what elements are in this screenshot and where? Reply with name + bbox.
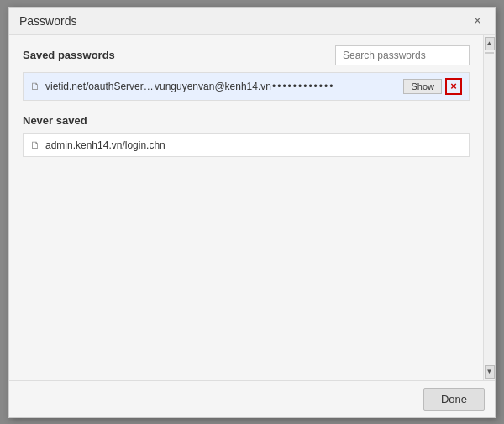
scrollbar-track: ▲ ▼ [483,35,495,380]
delete-password-button[interactable]: × [445,78,462,95]
site-name: vietid.net/oauthServerV2/Authenti... [45,81,155,92]
dialog-body: Saved passwords 🗋 vietid.net/oauthServer… [9,35,495,380]
never-saved-table: 🗋 admin.kenh14.vn/login.chn [23,133,470,157]
search-input[interactable] [335,45,470,65]
file-icon: 🗋 [30,81,40,92]
dialog-footer: Done [9,380,495,417]
never-saved-site: admin.kenh14.vn/login.chn [45,139,165,151]
never-saved-row: 🗋 admin.kenh14.vn/login.chn [24,134,469,156]
show-password-button[interactable]: Show [403,79,442,94]
never-saved-title: Never saved [23,114,470,127]
scrollbar-up-button[interactable]: ▲ [485,37,495,50]
dialog-header: Passwords × [9,8,495,35]
saved-passwords-title: Saved passwords [23,49,115,61]
content-area: Saved passwords 🗋 vietid.net/oauthServer… [9,35,483,380]
close-button[interactable]: × [470,14,485,28]
scrollbar-down-button[interactable]: ▼ [485,365,495,379]
password-dots: •••••••••••• [272,81,403,92]
done-button[interactable]: Done [423,388,485,411]
saved-passwords-header: Saved passwords [23,45,470,65]
never-saved-section: Never saved 🗋 admin.kenh14.vn/login.chn [23,114,470,157]
dialog-title: Passwords [19,14,76,28]
password-table: 🗋 vietid.net/oauthServerV2/Authenti... v… [23,72,470,101]
file-icon-never-saved: 🗋 [30,139,40,151]
username: vunguyenvan@kenh14.vn [155,81,272,92]
scrollbar-line[interactable] [485,52,494,54]
scrollbar-thumb-area [484,50,495,365]
passwords-dialog: Passwords × Saved passwords 🗋 vietid.net… [8,7,496,418]
table-row: 🗋 vietid.net/oauthServerV2/Authenti... v… [24,73,469,100]
